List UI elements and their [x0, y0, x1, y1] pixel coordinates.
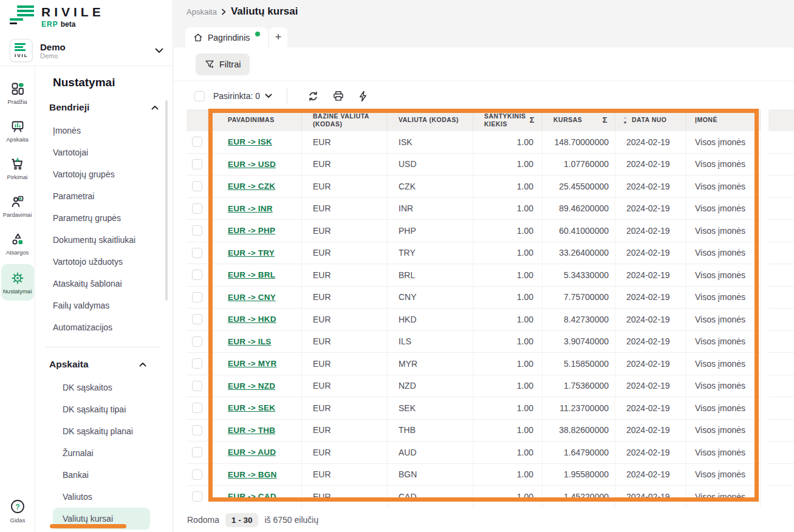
- currency-pair-link[interactable]: EUR -> TRY: [228, 248, 275, 257]
- currency-pair-link[interactable]: EUR -> INR: [228, 204, 273, 213]
- rate-cell: 1.07760000: [542, 154, 615, 176]
- relative-amount-cell: 1.00: [473, 375, 542, 398]
- sum-icon[interactable]: Σ: [603, 115, 607, 125]
- row-checkbox[interactable]: [192, 292, 202, 302]
- currency-pair-link[interactable]: EUR -> SEK: [228, 403, 275, 412]
- automation-button[interactable]: [351, 90, 375, 102]
- tab-pagrindinis[interactable]: Pagrindinis: [185, 27, 268, 47]
- date-from-cell: 2024-02-19: [615, 486, 686, 508]
- sidebar-item[interactable]: Vartotojai: [43, 142, 162, 163]
- brand-logo: RIVILE ERPbeta: [7, 4, 104, 29]
- row-checkbox[interactable]: [192, 314, 202, 324]
- row-checkbox[interactable]: [192, 469, 202, 480]
- currency-pair-link[interactable]: EUR -> AUD: [228, 448, 276, 457]
- company-selector[interactable]: IVIL Demo Demo: [0, 35, 173, 66]
- brand-product: ERP: [41, 20, 58, 29]
- row-checkbox[interactable]: [192, 403, 202, 413]
- sidebar-scrollbar[interactable]: [165, 100, 168, 301]
- currency-pair-link[interactable]: EUR -> CNY: [228, 293, 276, 302]
- column-header-valiuta[interactable]: VALIUTA (KODAS): [388, 109, 473, 131]
- sidebar-item[interactable]: Valiutų kursai: [53, 508, 150, 530]
- row-checkbox[interactable]: [192, 203, 202, 214]
- add-tab-button[interactable]: +: [269, 27, 287, 47]
- refresh-button[interactable]: [301, 90, 326, 102]
- print-button[interactable]: [326, 90, 351, 102]
- sidebar-item[interactable]: Bankai: [53, 464, 150, 486]
- currency-pair-link[interactable]: EUR -> HKD: [228, 315, 276, 324]
- filters-button[interactable]: Filtrai: [196, 53, 250, 75]
- currency-pair-link[interactable]: EUR -> ISK: [228, 137, 272, 146]
- rail-item-apskaita[interactable]: Apskaita: [1, 114, 34, 148]
- sidebar-section-header[interactable]: Bendrieji: [36, 95, 173, 120]
- sidebar-item[interactable]: Automatizacijos: [43, 316, 162, 338]
- sidebar-item[interactable]: Parametrų grupės: [43, 207, 162, 229]
- breadcrumb-parent[interactable]: Apskaita: [187, 7, 217, 16]
- empty-cell: [768, 287, 794, 309]
- rail-item-gidas[interactable]: ? Gidas: [0, 499, 35, 523]
- row-checkbox[interactable]: [192, 181, 202, 191]
- sidebar-item[interactable]: Ataskaitų šablonai: [43, 273, 162, 295]
- currency-code-cell: SEK: [388, 397, 473, 420]
- sidebar-item[interactable]: Valiutos: [53, 486, 150, 508]
- rate-cell: 38.82600000: [542, 420, 615, 442]
- sidebar-item[interactable]: DK sąskaitų planai: [53, 420, 150, 442]
- rail-item-pradzia[interactable]: Pradžia: [1, 76, 34, 110]
- column-header-kursas[interactable]: KURSAS Σ: [542, 109, 615, 131]
- date-from-cell: 2024-02-19: [615, 353, 686, 375]
- sidebar-section-header[interactable]: Apskaita: [46, 352, 161, 377]
- row-checkbox[interactable]: [192, 270, 202, 280]
- sidebar-item[interactable]: Vartotojų grupės: [43, 163, 162, 185]
- column-header-imone[interactable]: ĮMONĖ: [686, 109, 761, 131]
- row-checkbox[interactable]: [192, 137, 202, 147]
- column-header-bazine-valiuta[interactable]: BAZINĖ VALIUTA (KODAS): [302, 109, 388, 131]
- currency-code-cell: THB: [388, 420, 473, 442]
- sum-icon[interactable]: Σ: [530, 115, 535, 125]
- currency-pair-link[interactable]: EUR -> ILS: [228, 337, 271, 346]
- currency-pair-link[interactable]: EUR -> PHP: [228, 226, 275, 235]
- row-checkbox[interactable]: [192, 248, 202, 258]
- currency-pair-link[interactable]: EUR -> THB: [228, 426, 275, 435]
- sidebar-item[interactable]: Žurnalai: [53, 442, 150, 464]
- row-checkbox[interactable]: [192, 381, 202, 391]
- sidebar-item[interactable]: Dokumentų skaitliukai: [43, 229, 162, 251]
- relative-amount-cell: 1.00: [473, 331, 542, 353]
- pagination-range[interactable]: 1 - 30: [225, 513, 259, 527]
- column-header-pavadinimas[interactable]: PAVADINIMAS: [208, 109, 302, 131]
- rail-item-pardavimai[interactable]: Pardavimai: [1, 189, 34, 223]
- currency-pair-link[interactable]: EUR -> MYR: [228, 359, 276, 368]
- date-from-cell: 2024-02-19: [615, 198, 686, 220]
- column-header-data-nuo[interactable]: DATA NUO: [615, 109, 686, 131]
- row-checkbox[interactable]: [192, 447, 202, 457]
- select-all-checkbox[interactable]: [194, 91, 205, 101]
- row-checkbox[interactable]: [192, 358, 202, 369]
- rail-item-pirkimai[interactable]: Pirkimai: [1, 151, 34, 185]
- rail-item-nustatymai[interactable]: Nustatymai: [1, 264, 34, 301]
- rail-item-atsargos[interactable]: Atsargos: [1, 227, 34, 261]
- currency-pair-link[interactable]: EUR -> CAD: [228, 492, 276, 501]
- sidebar-item[interactable]: Failų valdymas: [43, 295, 162, 316]
- relative-amount-cell: 1.00: [473, 486, 542, 508]
- column-header-santykinis-kiekis[interactable]: SANTYKINIS KIEKIS Σ: [473, 109, 542, 131]
- currency-pair-link[interactable]: EUR -> USD: [228, 160, 276, 169]
- sidebar-item[interactable]: Įmonės: [43, 120, 162, 142]
- row-checkbox[interactable]: [192, 225, 202, 236]
- row-checkbox[interactable]: [192, 491, 202, 502]
- row-checkbox[interactable]: [192, 336, 202, 347]
- chevron-down-icon[interactable]: [265, 94, 272, 98]
- currency-pair-link[interactable]: EUR -> CZK: [228, 182, 275, 191]
- base-currency-cell: EUR: [302, 375, 388, 398]
- sidebar-item[interactable]: Parametrai: [43, 185, 162, 207]
- column-header-empty: [768, 109, 794, 131]
- row-checkbox[interactable]: [192, 425, 202, 435]
- company-avatar: IVIL: [10, 39, 33, 62]
- currency-pair-link[interactable]: EUR -> BRL: [228, 270, 275, 279]
- rate-cell: 3.90740000: [542, 331, 615, 353]
- currency-pair-link[interactable]: EUR -> NZD: [228, 381, 275, 390]
- currency-pair-link[interactable]: EUR -> BGN: [228, 470, 276, 479]
- row-checkbox[interactable]: [192, 159, 202, 169]
- base-currency-cell: EUR: [302, 486, 388, 508]
- sidebar-item[interactable]: DK sąskaitų tipai: [53, 398, 150, 420]
- currency-rates-table: PAVADINIMAS BAZINĖ VALIUTA (KODAS) VALIU…: [187, 109, 794, 508]
- sidebar-item[interactable]: DK sąskaitos: [53, 377, 150, 398]
- sidebar-item[interactable]: Vartotojo užduotys: [43, 251, 162, 273]
